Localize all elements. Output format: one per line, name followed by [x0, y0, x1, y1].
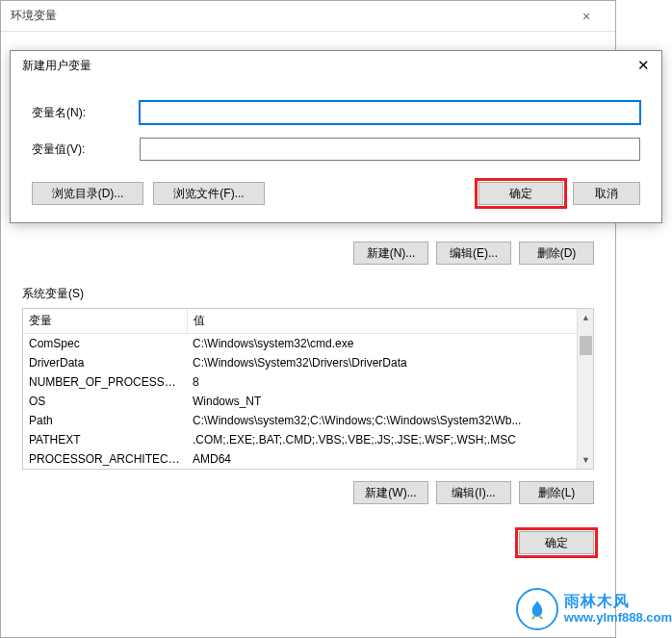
- close-icon[interactable]: ✕: [611, 57, 650, 74]
- modal-cancel-button[interactable]: 取消: [573, 182, 640, 205]
- parent-titlebar: 环境变量 ×: [1, 1, 615, 32]
- watermark-brand-name: 雨林木风: [564, 593, 672, 610]
- modal-ok-button[interactable]: 确定: [478, 182, 563, 205]
- watermark: 雨林木风 www.ylmf888.com: [516, 588, 672, 630]
- sys-new-button[interactable]: 新建(W)...: [353, 481, 428, 504]
- scrollbar[interactable]: ▲ ▼: [577, 309, 593, 469]
- parent-title: 环境变量: [11, 8, 57, 24]
- system-vars-label: 系统变量(S): [22, 286, 594, 302]
- table-row[interactable]: ComSpecC:\Windows\system32\cmd.exe: [23, 334, 593, 354]
- sys-delete-button[interactable]: 删除(L): [519, 481, 594, 504]
- sys-edit-button[interactable]: 编辑(I)...: [436, 481, 511, 504]
- variable-name-input[interactable]: [140, 101, 640, 124]
- parent-ok-button[interactable]: 确定: [519, 531, 594, 554]
- scrollbar-thumb[interactable]: [580, 336, 592, 355]
- user-edit-button[interactable]: 编辑(E)...: [436, 242, 511, 265]
- modal-title: 新建用户变量: [22, 58, 91, 74]
- close-icon[interactable]: ×: [567, 9, 606, 24]
- browse-directory-button[interactable]: 浏览目录(D)...: [32, 182, 143, 205]
- table-row[interactable]: PROCESSOR_ARCHITECT...AMD64: [23, 449, 593, 469]
- system-vars-table[interactable]: 变量 值 ComSpecC:\Windows\system32\cmd.exe …: [22, 308, 594, 470]
- parent-dialog-buttons: 确定: [22, 531, 594, 554]
- user-new-button[interactable]: 新建(N)...: [353, 242, 428, 265]
- modal-titlebar: 新建用户变量 ✕: [11, 51, 661, 80]
- col-header-value[interactable]: 值: [187, 309, 593, 334]
- variable-value-input[interactable]: [140, 138, 640, 161]
- table-row[interactable]: OSWindows_NT: [23, 392, 593, 411]
- table-row[interactable]: PathC:\Windows\system32;C:\Windows;C:\Wi…: [23, 411, 593, 430]
- browse-file-button[interactable]: 浏览文件(F)...: [153, 182, 265, 205]
- variable-name-label: 变量名(N):: [32, 105, 130, 121]
- table-row[interactable]: DriverDataC:\Windows\System32\Drivers\Dr…: [23, 353, 593, 372]
- user-delete-button[interactable]: 删除(D): [519, 242, 594, 265]
- scroll-up-icon[interactable]: ▲: [582, 313, 590, 322]
- new-user-variable-dialog: 新建用户变量 ✕ 变量名(N): 变量值(V): 浏览目录(D)... 浏览文件…: [10, 50, 662, 223]
- user-vars-button-row: 新建(N)... 编辑(E)... 删除(D): [22, 242, 594, 265]
- watermark-url: www.ylmf888.com: [564, 611, 672, 625]
- col-header-variable[interactable]: 变量: [23, 309, 187, 334]
- watermark-logo-icon: [516, 588, 558, 630]
- system-vars-button-row: 新建(W)... 编辑(I)... 删除(L): [22, 481, 594, 504]
- variable-value-label: 变量值(V):: [32, 141, 130, 158]
- table-row[interactable]: NUMBER_OF_PROCESSORS8: [23, 372, 593, 392]
- scroll-down-icon[interactable]: ▼: [582, 455, 590, 465]
- table-row[interactable]: PATHEXT.COM;.EXE;.BAT;.CMD;.VBS;.VBE;.JS…: [23, 430, 593, 449]
